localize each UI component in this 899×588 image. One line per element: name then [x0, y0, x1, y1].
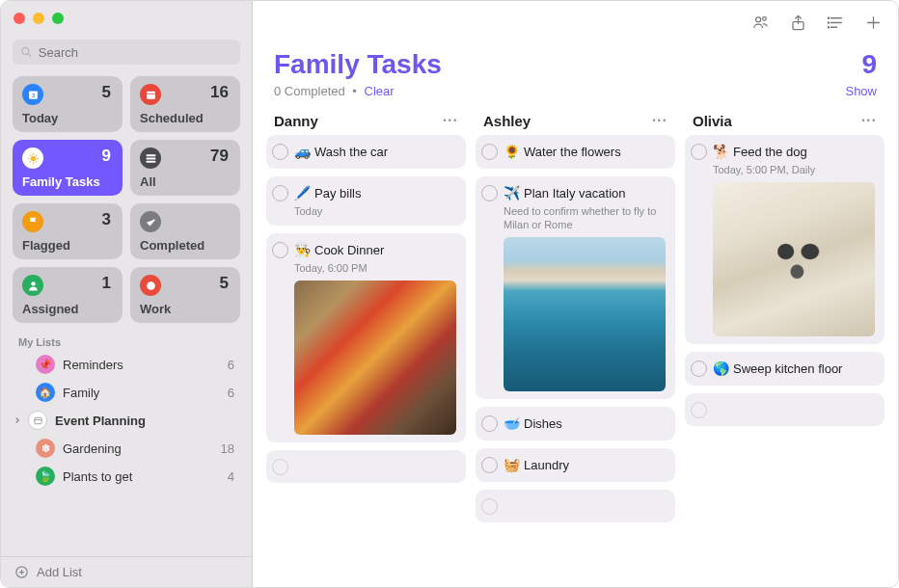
reminder-emoji-icon: ✈️: [504, 184, 520, 202]
svg-point-20: [147, 281, 155, 290]
add-reminder-icon[interactable]: [864, 13, 883, 32]
reminder-attachment-image[interactable]: [504, 237, 666, 391]
reminder-radio[interactable]: [272, 185, 288, 201]
assigned-icon: [22, 275, 43, 296]
column-header: Danny···: [266, 108, 466, 135]
smart-list-assigned[interactable]: 1Assigned: [13, 267, 123, 323]
show-completed-button[interactable]: Show: [845, 84, 877, 98]
collaborate-icon[interactable]: [751, 13, 770, 32]
reminder-radio[interactable]: [691, 402, 707, 418]
list-count: 4: [228, 469, 234, 484]
svg-point-33: [828, 21, 829, 22]
smart-list-family-tasks[interactable]: 9Family Tasks: [13, 140, 123, 196]
maximize-window-button[interactable]: [52, 13, 64, 24]
smart-list-label: Completed: [140, 238, 204, 253]
reminder-card[interactable]: 🌎Sweep kitchen floor: [685, 352, 885, 386]
svg-line-13: [36, 161, 37, 162]
reminder-radio[interactable]: [272, 242, 288, 258]
search-field[interactable]: [13, 40, 240, 65]
list-label: Gardening: [63, 441, 122, 456]
svg-point-32: [828, 17, 829, 18]
list-icon: 🍃: [36, 467, 55, 486]
reminder-subtitle: Today: [294, 204, 456, 218]
plus-circle-icon: [14, 565, 29, 579]
reminder-card[interactable]: 🥣Dishes: [476, 407, 675, 441]
reminder-radio[interactable]: [272, 459, 288, 475]
list-row-event-planning[interactable]: Event Planning: [7, 407, 246, 434]
smart-list-label: Scheduled: [140, 111, 204, 125]
reminder-radio[interactable]: [691, 361, 707, 377]
reminder-emoji-icon: 🧺: [504, 456, 520, 474]
smart-list-count: 1: [102, 274, 111, 293]
list-row-family[interactable]: 🏠Family6: [7, 379, 246, 406]
folder-icon: [28, 411, 47, 430]
smart-list-label: Flagged: [22, 238, 70, 253]
list-row-gardening[interactable]: ✽Gardening18: [7, 435, 246, 462]
reminder-attachment-image[interactable]: [294, 281, 456, 435]
reminder-emoji-icon: 🚙: [294, 143, 311, 161]
smart-list-completed[interactable]: Completed: [130, 203, 240, 259]
svg-rect-5: [147, 91, 155, 98]
add-list-button[interactable]: Add List: [1, 556, 252, 587]
column-menu-button[interactable]: ···: [443, 112, 458, 129]
smart-list-label: Work: [140, 302, 171, 316]
svg-point-19: [31, 281, 35, 285]
column-ashley: Ashley···🌻Water the flowers✈️Plan Italy …: [476, 108, 675, 574]
completed-count-label: 0 Completed: [274, 84, 345, 98]
family-tasks-icon: [22, 147, 43, 169]
reminder-card[interactable]: 👨‍🍳Cook DinnerToday, 6:00 PM: [266, 233, 466, 442]
view-options-icon[interactable]: [827, 13, 845, 32]
reminder-emoji-icon: 🖊️: [294, 184, 311, 202]
smart-list-count: 79: [210, 147, 229, 166]
share-icon[interactable]: [789, 13, 807, 32]
reminder-radio[interactable]: [691, 144, 707, 160]
my-lists-header: My Lists: [1, 329, 252, 350]
column-title: Olivia: [693, 113, 732, 129]
list-row-reminders[interactable]: 📌Reminders6: [7, 351, 246, 378]
smart-list-label: Family Tasks: [22, 174, 100, 189]
new-reminder-placeholder[interactable]: [266, 450, 466, 483]
list-label: Plants to get: [63, 469, 132, 484]
smart-list-label: Today: [22, 111, 58, 125]
column-header: Ashley···: [476, 108, 675, 135]
reminder-radio[interactable]: [481, 415, 498, 432]
svg-line-1: [28, 54, 31, 57]
smart-lists-grid: 35Today16Scheduled9Family Tasks79All3Fla…: [1, 72, 252, 329]
smart-list-today[interactable]: 35Today: [13, 76, 123, 132]
reminder-card[interactable]: 🌻Water the flowers: [476, 135, 675, 169]
reminder-radio[interactable]: [272, 144, 288, 160]
svg-line-12: [29, 154, 30, 155]
reminder-card[interactable]: 🧺Laundry: [476, 448, 675, 482]
new-reminder-placeholder[interactable]: [685, 393, 885, 426]
svg-line-15: [36, 154, 37, 155]
reminder-card[interactable]: ✈️Plan Italy vacationNeed to confirm whe…: [476, 176, 675, 399]
smart-list-count: 3: [102, 210, 111, 229]
reminder-emoji-icon: 🐕: [713, 143, 729, 161]
search-input[interactable]: [39, 45, 232, 60]
list-total-count: 9: [861, 49, 877, 80]
list-count: 6: [228, 386, 234, 400]
smart-list-flagged[interactable]: 3Flagged: [13, 203, 123, 259]
scheduled-icon: [140, 84, 161, 105]
reminder-card[interactable]: 🐕Feed the dogToday, 5:00 PM, Daily: [685, 135, 885, 344]
lists-section: 📌Reminders6🏠Family6Event Planning✽Garden…: [1, 350, 252, 556]
smart-list-scheduled[interactable]: 16Scheduled: [130, 76, 240, 132]
close-window-button[interactable]: [14, 13, 25, 24]
smart-list-work[interactable]: 5Work: [130, 267, 240, 323]
reminder-card[interactable]: 🖊️Pay billsToday: [266, 176, 466, 226]
reminder-title: 👨‍🍳Cook Dinner: [294, 241, 384, 259]
reminder-radio[interactable]: [481, 185, 498, 201]
reminder-radio[interactable]: [481, 498, 498, 515]
clear-completed-button[interactable]: Clear: [365, 84, 395, 98]
smart-list-all[interactable]: 79All: [130, 140, 240, 196]
reminder-attachment-image[interactable]: [713, 182, 875, 336]
completed-icon: [140, 211, 161, 232]
column-menu-button[interactable]: ···: [652, 112, 667, 129]
list-row-plants[interactable]: 🍃Plants to get4: [7, 463, 246, 490]
reminder-radio[interactable]: [481, 144, 498, 160]
reminder-card[interactable]: 🚙Wash the car: [266, 135, 466, 169]
column-menu-button[interactable]: ···: [861, 112, 877, 129]
minimize-window-button[interactable]: [33, 13, 44, 24]
reminder-radio[interactable]: [481, 457, 498, 473]
new-reminder-placeholder[interactable]: [476, 490, 675, 522]
